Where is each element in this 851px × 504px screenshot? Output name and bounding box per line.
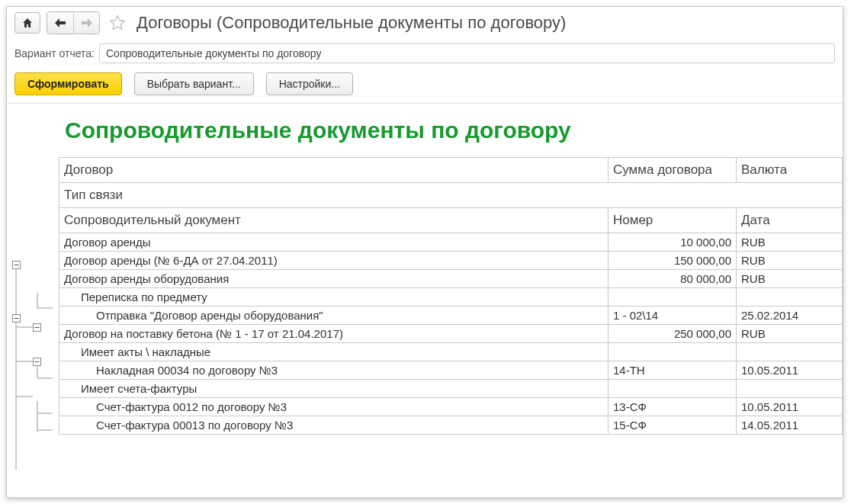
cell-name: Накладная 00034 по договору №3: [59, 361, 609, 380]
cell-col2: 80 000,00: [609, 270, 737, 288]
cell-name: Имеет акты \ накладные: [59, 343, 609, 361]
hdr-contract: Договор: [59, 158, 609, 183]
hdr-link-type: Тип связи: [59, 183, 843, 208]
cell-col3: [737, 380, 843, 398]
toolbar: Сформировать Выбрать вариант... Настройк…: [7, 69, 843, 103]
cell-name: Отправка "Договор аренды оборудования": [59, 307, 609, 325]
cell-col2: 15-СФ: [609, 416, 737, 435]
cell-col2: [609, 343, 737, 361]
cell-col2: 1 - 02\14: [609, 307, 737, 325]
cell-col3: [737, 288, 843, 307]
table-row[interactable]: Отправка "Договор аренды оборудования"1 …: [59, 307, 843, 325]
hdr-sum: Сумма договора: [609, 158, 737, 183]
tree-gutter: − − − −: [7, 104, 59, 490]
table-row[interactable]: Договор на поставку бетона (№ 1 - 17 от …: [59, 325, 843, 343]
cell-col3: [737, 343, 843, 361]
star-icon: [109, 14, 126, 31]
favorite-button[interactable]: [109, 14, 126, 31]
cell-name: Счет-фактура 0012 по договору №3: [59, 398, 609, 416]
cell-col3: 14.05.2011: [737, 416, 843, 435]
table-row[interactable]: Накладная 00034 по договору №314-ТН10.05…: [59, 361, 843, 380]
header-row-1: Договор Сумма договора Валюта: [59, 158, 843, 183]
cell-col3: RUB: [737, 252, 843, 270]
cell-name: Имеет счета-фактуры: [59, 380, 609, 398]
table-row[interactable]: Договор аренды (№ 6-ДА от 27.04.2011)150…: [59, 252, 843, 270]
report-window: Договоры (Сопроводительные документы по …: [6, 6, 843, 498]
arrow-right-icon: [80, 18, 94, 28]
table-row[interactable]: Счет-фактура 00013 по договору №315-СФ14…: [59, 416, 843, 435]
expander-group-akty[interactable]: −: [33, 323, 41, 332]
expander-contract-4[interactable]: −: [12, 314, 21, 323]
cell-name: Договор аренды (№ 6-ДА от 27.04.2011): [59, 252, 609, 270]
cell-col2: 250 000,00: [609, 325, 737, 343]
cell-col3: 10.05.2011: [737, 361, 843, 380]
table-row[interactable]: Переписка по предмету: [59, 288, 843, 307]
variant-input[interactable]: [99, 43, 835, 63]
cell-col2: [609, 380, 737, 398]
hdr-accompanying: Сопроводительный документ: [59, 208, 609, 233]
nav-back-forward: [47, 11, 100, 34]
forward-button[interactable]: [73, 12, 99, 34]
header-row-3: Сопроводительный документ Номер Дата: [59, 208, 843, 233]
cell-col3: RUB: [737, 270, 843, 288]
cell-col2: 13-СФ: [609, 398, 737, 416]
cell-col3: RUB: [737, 233, 843, 252]
hdr-date: Дата: [737, 208, 843, 233]
variant-label: Вариант отчета:: [14, 47, 95, 59]
cell-name: Счет-фактура 00013 по договору №3: [59, 416, 609, 435]
expander-group-scheta[interactable]: −: [33, 358, 41, 366]
cell-col3: RUB: [737, 325, 843, 343]
run-report-button[interactable]: Сформировать: [14, 72, 122, 95]
report-area: − − − − Сопроводительные документы по до…: [7, 103, 843, 490]
cell-col2: 14-ТН: [609, 361, 737, 380]
cell-name: Договор аренды оборудования: [59, 270, 609, 288]
hdr-number: Номер: [609, 208, 737, 233]
table-row[interactable]: Договор аренды оборудования80 000,00RUB: [59, 270, 843, 288]
arrow-left-icon: [53, 18, 67, 28]
titlebar: Договоры (Сопроводительные документы по …: [7, 7, 843, 40]
home-button[interactable]: [14, 12, 40, 34]
table-row[interactable]: Счет-фактура 0012 по договору №313-СФ10.…: [59, 398, 843, 416]
cell-col3: 10.05.2011: [737, 398, 843, 416]
cell-name: Договор аренды: [59, 233, 609, 252]
table-row[interactable]: Имеет акты \ накладные: [59, 343, 843, 361]
cell-col2: 10 000,00: [609, 233, 737, 252]
expander-contract-3[interactable]: −: [12, 261, 21, 269]
table-row[interactable]: Имеет счета-фактуры: [59, 380, 843, 398]
report-table: Договор Сумма договора Валюта Тип связи …: [59, 157, 843, 435]
settings-button[interactable]: Настройки...: [266, 72, 353, 95]
tree-lines: [7, 104, 59, 485]
back-button[interactable]: [47, 12, 73, 34]
cell-col3: 25.02.2014: [737, 307, 843, 325]
choose-variant-button[interactable]: Выбрать вариант...: [134, 72, 254, 95]
report-title: Сопроводительные документы по договору: [59, 104, 843, 157]
report-body: Сопроводительные документы по договору Д…: [59, 104, 843, 490]
hdr-currency: Валюта: [737, 158, 843, 183]
cell-col2: [609, 288, 737, 307]
page-title: Договоры (Сопроводительные документы по …: [136, 13, 566, 33]
table-row[interactable]: Договор аренды10 000,00RUB: [59, 233, 843, 252]
header-row-2: Тип связи: [59, 183, 843, 208]
variant-row: Вариант отчета:: [7, 40, 843, 69]
cell-name: Договор на поставку бетона (№ 1 - 17 от …: [59, 325, 609, 343]
cell-name: Переписка по предмету: [59, 288, 609, 307]
cell-col2: 150 000,00: [609, 252, 737, 270]
home-icon: [21, 17, 34, 29]
